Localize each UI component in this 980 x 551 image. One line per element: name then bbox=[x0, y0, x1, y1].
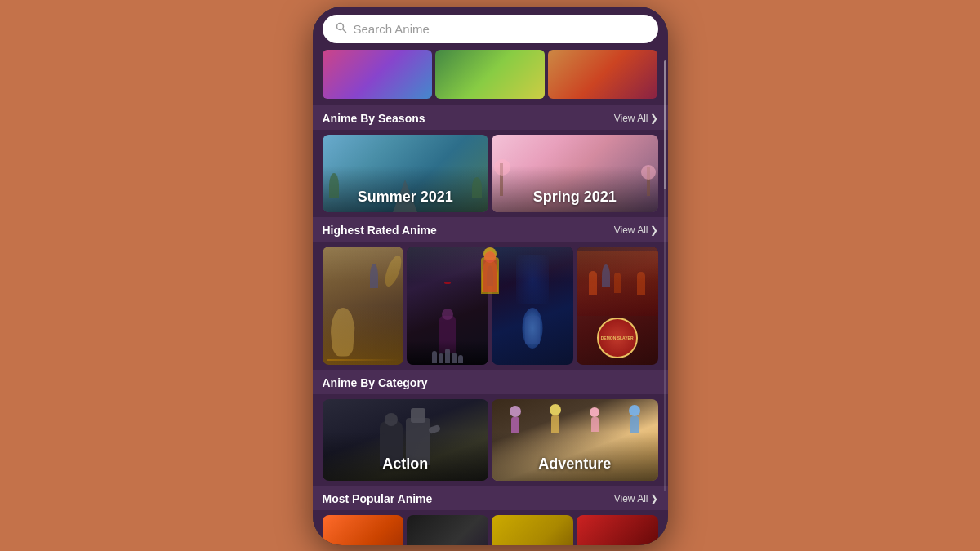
search-bar[interactable]: Search Anime bbox=[323, 15, 658, 43]
search-placeholder: Search Anime bbox=[354, 22, 645, 36]
adventure-label: Adventure bbox=[538, 455, 611, 473]
action-label: Action bbox=[382, 455, 428, 473]
popular-cards-container bbox=[313, 510, 668, 545]
summer-label: Summer 2021 bbox=[358, 189, 453, 206]
phone-frame: Search Anime Anime By Seasons View All ❯ bbox=[313, 7, 668, 545]
svg-line-1 bbox=[342, 29, 345, 32]
scroll-track bbox=[664, 60, 666, 491]
spring-label: Spring 2021 bbox=[533, 189, 617, 206]
search-icon bbox=[336, 22, 347, 36]
scroll-thumb bbox=[664, 60, 666, 189]
phone-screen[interactable]: Search Anime Anime By Seasons View All ❯ bbox=[313, 7, 668, 545]
popular-card-4[interactable] bbox=[577, 515, 658, 545]
